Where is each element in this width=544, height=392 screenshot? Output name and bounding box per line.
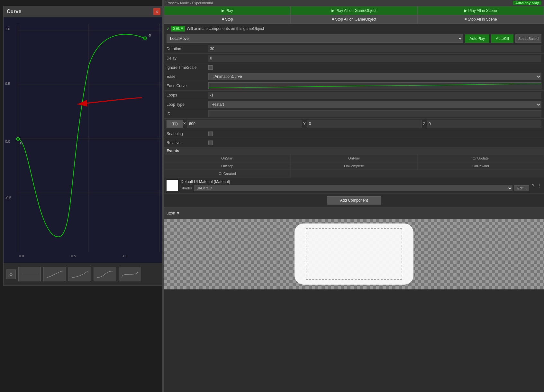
loop-type-row: Loop Type Restart [164, 100, 544, 109]
curve-bottom-toolbar: ⚙ [4, 263, 164, 285]
curve-close-button[interactable]: × [153, 8, 160, 15]
event-oncomplete[interactable]: OnComplete [291, 162, 417, 170]
relative-label: Relative [167, 141, 208, 145]
material-icon [167, 180, 178, 191]
event-onstep[interactable]: OnStep [164, 162, 291, 170]
curve-titlebar: Curve × [4, 6, 164, 17]
ease-curve-preview[interactable] [208, 82, 541, 89]
curve-preset-1[interactable] [18, 267, 41, 281]
svg-point-8 [144, 37, 146, 40]
top-toolbar: Preview Mode - Experimental AutoPlay onl… [164, 0, 544, 24]
help-icon[interactable]: ? [532, 183, 534, 188]
play-all-gameobject-button[interactable]: ▶ Play All on GameObject [291, 6, 417, 15]
curve-preset-2[interactable] [43, 267, 66, 281]
material-info: Default UI Material (Material) Shader UI… [181, 179, 529, 191]
component-dropdown[interactable]: LocalMove [167, 34, 463, 43]
more-options-icon[interactable]: ⋮ [537, 183, 541, 188]
stop-all-gameobject-button[interactable]: ■ Stop All on GameObject [291, 15, 417, 24]
ease-dropdown[interactable]: :: AnimationCurve [208, 73, 541, 80]
loop-type-dropdown[interactable]: Restart [208, 101, 541, 108]
relative-row: Relative [164, 138, 544, 147]
ease-curve-row: Ease Curve [164, 81, 544, 91]
inspector: ✓ SELF Will animate components on this g… [164, 24, 544, 392]
event-onupdate[interactable]: OnUpdate [417, 154, 544, 162]
preview-dashed-rect [306, 228, 402, 280]
preview-mode-bar: Preview Mode - Experimental AutoPlay onl… [164, 0, 544, 24]
play-all-scene-button[interactable]: ▶ Play All in Scene [417, 6, 544, 15]
curve-graph-area[interactable]: 1.0 0.5 0.0 -0.5 0.0 0.5 1.0 ⚙ [4, 17, 164, 263]
curve-window: Curve × 1.0 0.5 0.0 -0.5 0.0 0.5 1.0 [3, 6, 164, 286]
delay-input[interactable] [208, 55, 541, 62]
events-grid: OnStart OnPlay OnUpdate OnStep OnComplet… [164, 154, 544, 178]
autokill-button[interactable]: AutoKill [491, 34, 513, 43]
button-strip-label: utton ▼ [167, 211, 180, 215]
y-input[interactable] [307, 120, 422, 128]
id-label: ID [167, 112, 208, 116]
loop-type-label: Loop Type [167, 102, 208, 107]
add-component-button[interactable]: Add Component [327, 196, 381, 205]
ease-curve-label: Ease Curve [167, 84, 208, 88]
edit-button[interactable]: Edit... [514, 185, 529, 191]
stop-all-scene-button[interactable]: ■ Stop All in Scene [417, 15, 544, 24]
ignore-timescale-checkbox[interactable] [208, 65, 213, 70]
to-row: TO X Y Z [164, 119, 544, 129]
right-panel: Preview Mode - Experimental AutoPlay onl… [164, 0, 544, 392]
bottom-strip: utton ▼ [164, 207, 544, 219]
event-oncreated[interactable]: OnCreated [164, 170, 291, 178]
shader-dropdown[interactable]: UI/Default [194, 185, 512, 191]
curve-preset-3[interactable] [68, 267, 91, 281]
ignore-timescale-label: Ignore TimeScale [167, 65, 208, 70]
loops-input[interactable] [208, 92, 541, 99]
to-button[interactable]: TO [167, 120, 183, 128]
event-onstart[interactable]: OnStart [164, 154, 291, 162]
autoplay-badge: AutoPlay only [513, 1, 541, 5]
self-row: ✓ SELF Will animate components on this g… [164, 24, 544, 33]
events-label: Events [167, 149, 179, 153]
play-button[interactable]: ▶ Play [164, 6, 291, 15]
self-checkmark: ✓ [167, 26, 170, 31]
autoplay-button[interactable]: AutoPlay [465, 34, 489, 43]
material-icons-group: ? ⋮ [532, 183, 541, 188]
xyz-group: X Y Z [183, 120, 541, 128]
loops-label: Loops [167, 93, 208, 97]
preview-area [164, 219, 544, 289]
z-input[interactable] [427, 120, 541, 128]
stop-button[interactable]: ■ Stop [164, 15, 291, 24]
curve-preset-4[interactable] [94, 267, 116, 281]
snapping-checkbox[interactable] [208, 132, 213, 136]
curve-gear-button[interactable]: ⚙ [6, 269, 16, 279]
relative-checkbox[interactable] [208, 141, 213, 145]
duration-row: Duration [164, 44, 544, 54]
component-row: LocalMove AutoPlay AutoKill SpeedBased [164, 33, 544, 44]
material-name: Default UI Material (Material) [181, 179, 529, 184]
shader-label: Shader [181, 186, 192, 190]
curve-title: Curve [7, 9, 21, 14]
duration-label: Duration [167, 47, 208, 51]
preview-mode-label: Preview Mode - Experimental [167, 1, 213, 5]
x-input[interactable] [187, 120, 302, 128]
delay-row: Delay [164, 54, 544, 63]
duration-input[interactable] [208, 45, 541, 52]
delay-label: Delay [167, 56, 208, 60]
snapping-row: Snapping [164, 129, 544, 138]
x-label: X [183, 122, 186, 126]
snapping-label: Snapping [167, 132, 208, 136]
svg-text:⚙: ⚙ [20, 141, 23, 145]
id-row: ID [164, 109, 544, 119]
id-input[interactable] [208, 110, 541, 117]
event-onplay[interactable]: OnPlay [291, 154, 417, 162]
self-message: Will animate components on this gameObje… [187, 26, 264, 31]
speed-based-button[interactable]: SpeedBased [515, 34, 541, 43]
curve-preset-5[interactable] [119, 267, 141, 281]
self-badge: SELF [171, 26, 185, 32]
play-buttons-row: ▶ Play ▶ Play All on GameObject ▶ Play A… [164, 6, 544, 15]
loops-row: Loops [164, 91, 544, 100]
z-label: Z [423, 122, 425, 126]
event-onrewind[interactable]: OnRewind [417, 162, 544, 170]
add-component-row: Add Component [164, 194, 544, 207]
ease-row: Ease :: AnimationCurve [164, 72, 544, 81]
y-label: Y [303, 122, 306, 126]
ignore-timescale-row: Ignore TimeScale [164, 63, 544, 72]
stop-buttons-row: ■ Stop ■ Stop All on GameObject ■ Stop A… [164, 15, 544, 24]
material-row: Default UI Material (Material) Shader UI… [164, 178, 544, 194]
